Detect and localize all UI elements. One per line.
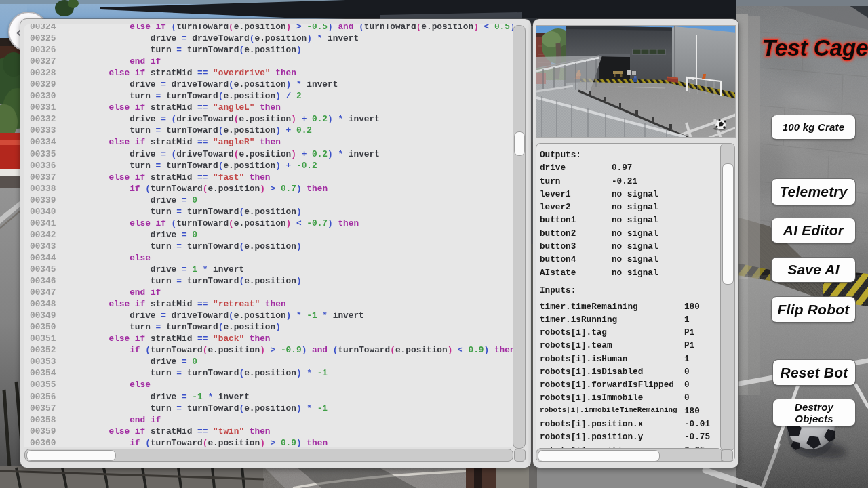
svg-text:Test Cage: Test Cage <box>762 35 868 60</box>
